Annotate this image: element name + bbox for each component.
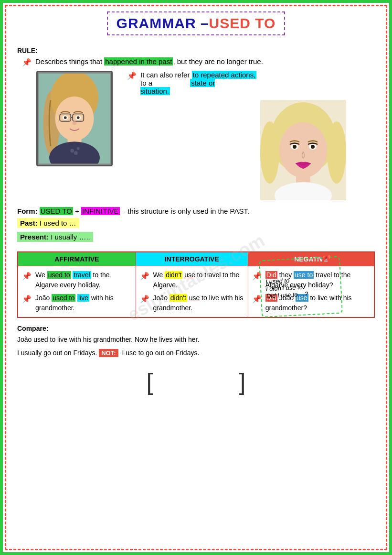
- title-box: GRAMMAR – USED TO: [107, 11, 286, 35]
- sticky-note: 📌 I used to I didn't use to Did I use to…: [259, 256, 343, 318]
- svg-point-5: [70, 149, 74, 153]
- td-affirmative: 📌 We used to travel to the Algarve every…: [18, 266, 136, 318]
- note-area: 📌 It can also refer to repeated actions,…: [113, 71, 375, 200]
- present-label: Present:: [20, 233, 49, 241]
- past-line: Past: I used to …: [17, 218, 79, 228]
- svg-point-20: [260, 121, 279, 184]
- present-line: Present: I usually …..: [17, 232, 93, 242]
- td-item-int-1: 📌 We didn't use to travel to the Algarve…: [140, 270, 244, 290]
- td-item-aff-2: 📌 João used to live with his grandmother…: [22, 293, 132, 313]
- rule-text-1b: , but they are no longer true.: [173, 57, 263, 65]
- title-prefix: GRAMMAR –: [117, 15, 209, 32]
- svg-point-14: [64, 116, 67, 119]
- td-item-int-2: 📌 João didn't use to live with his grand…: [140, 293, 244, 313]
- travel-aff: travel: [73, 271, 91, 279]
- pin-icon-1: 📌: [22, 58, 32, 67]
- rule-text-2a: It can also refer: [140, 71, 192, 79]
- svg-point-27: [293, 145, 297, 149]
- didnt-int-2: didn't: [170, 294, 187, 302]
- rule-text-2b: to a: [140, 79, 190, 87]
- present-text: I usually …..: [51, 233, 90, 241]
- rule-text-1a: Describes things that: [35, 57, 104, 65]
- compare-text-2: I usually go out on Fridays. NOT: I use …: [17, 348, 375, 359]
- title-wrap: GRAMMAR – USED TO: [17, 11, 375, 42]
- use-int-2: use: [189, 294, 200, 302]
- rule-highlight-1: happened in the past: [104, 57, 173, 65]
- svg-point-16: [72, 121, 77, 125]
- used-to-aff-1: used to: [47, 271, 71, 279]
- live-aff: live: [77, 294, 89, 302]
- th-affirmative: AFFIRMATIVE: [18, 252, 136, 266]
- form-rest: – this structure is only used in the PAS…: [122, 207, 249, 215]
- svg-point-15: [77, 116, 80, 119]
- svg-point-6: [74, 151, 78, 155]
- compare-strikethrough: I use to go out on Fridays.: [122, 349, 199, 357]
- compare-section: Compare: João used to live with his gran…: [17, 325, 375, 359]
- svg-point-8: [55, 97, 94, 141]
- svg-point-7: [77, 147, 80, 150]
- svg-point-21: [327, 121, 346, 184]
- rule-item-1: 📌 Describes things that happened in the …: [17, 57, 375, 67]
- girl1-image: [36, 71, 113, 166]
- didnt-int-1: didn't: [165, 271, 182, 279]
- rule-item-2: 📌 It can also refer to repeated actions,…: [122, 71, 375, 95]
- bottom-brackets: [ ]: [17, 368, 375, 396]
- form-section: Form: USED TO + INFINITIVE – this struct…: [17, 207, 375, 247]
- rule-highlight-2a: to repeated actions,: [192, 71, 257, 79]
- girl2-image: [260, 100, 346, 200]
- compare-text-2-pre: I usually go out on Fridays.: [17, 349, 99, 357]
- past-label: Past:: [20, 219, 38, 227]
- svg-point-24: [279, 122, 327, 178]
- title-highlight: USED TO: [209, 15, 276, 32]
- not-label: NOT:: [99, 349, 118, 357]
- compare-text-1: João used to live with his grandmother. …: [17, 334, 375, 345]
- bracket-close: ]: [239, 368, 246, 396]
- compare-label: Compare:: [17, 325, 375, 332]
- pin-int-1: 📌: [140, 271, 149, 282]
- compare-wrapper: Compare: João used to live with his gran…: [17, 325, 375, 359]
- past-text: I used to …: [40, 219, 76, 227]
- images-section: 📌 It can also refer to repeated actions,…: [17, 71, 375, 200]
- td-interrogative: 📌 We didn't use to travel to the Algarve…: [136, 266, 248, 318]
- form-line: Form: USED TO + INFINITIVE – this struct…: [17, 207, 375, 215]
- form-label: Form:: [17, 207, 38, 215]
- rule-label: RULE:: [17, 47, 375, 54]
- pin-icon-2: 📌: [127, 71, 137, 80]
- pin-aff-1: 📌: [22, 271, 32, 282]
- th-interrogative: INTERROGATIVE: [136, 252, 248, 266]
- bracket-open: [: [147, 368, 153, 396]
- use-int-1: use: [184, 271, 195, 279]
- form-plus: +: [75, 207, 81, 215]
- used-to-aff-2: used to: [52, 294, 75, 302]
- pin-aff-2: 📌: [22, 294, 32, 305]
- form-used-to: USED TO: [40, 207, 73, 215]
- svg-point-28: [311, 145, 315, 149]
- td-item-aff-1: 📌 We used to travel to the Algarve every…: [22, 270, 132, 290]
- pin-int-2: 📌: [140, 294, 149, 305]
- form-infinitive: INFINITIVE: [81, 207, 120, 215]
